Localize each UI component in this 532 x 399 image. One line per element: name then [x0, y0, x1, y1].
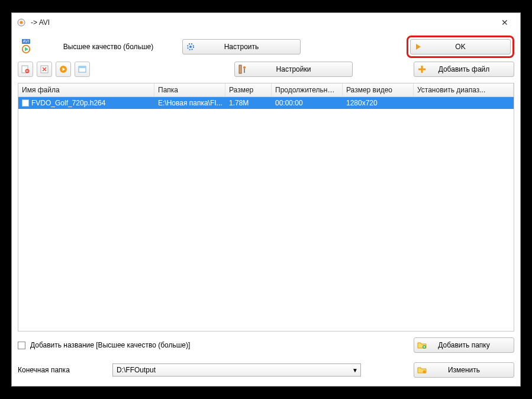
change-label: Изменить [430, 366, 514, 374]
file-icon [22, 99, 29, 107]
table-header: Имя файла Папка Размер Продолжительность… [18, 83, 514, 97]
col-range[interactable]: Установить диапаз... [414, 83, 514, 96]
info-button[interactable] [75, 62, 90, 77]
settings-label: Настройки [250, 65, 352, 73]
cell-size: 1.78M [225, 97, 272, 109]
svg-rect-14 [79, 66, 86, 68]
svg-marker-6 [416, 44, 421, 50]
svg-rect-15 [239, 65, 241, 73]
format-icon: AVI [18, 39, 34, 54]
cell-name: FVDO_Golf_720p.h264 [18, 97, 154, 109]
col-duration[interactable]: Продолжительность [272, 83, 343, 96]
settings-button[interactable]: Настройки [234, 62, 353, 77]
close-button[interactable]: ✕ [494, 18, 515, 27]
footer-row-2: Конечная папка D:\FFOutput ▼ Изменить [18, 362, 514, 378]
add-file-label: Добавить файл [430, 65, 514, 73]
col-name[interactable]: Имя файла [18, 83, 154, 96]
svg-point-16 [243, 66, 246, 69]
add-title-checkbox[interactable] [18, 342, 25, 349]
top-row: AVI Высшее качество (больше) Настроить O… [12, 32, 520, 59]
remove-button[interactable] [18, 62, 33, 77]
col-videosize[interactable]: Размер видео [343, 83, 414, 96]
svg-point-1 [20, 21, 23, 24]
cell-range [414, 97, 514, 109]
folder-open-icon [414, 365, 430, 375]
chevron-down-icon: ▼ [352, 367, 358, 374]
quality-label: Высшее качество (больше) [40, 43, 176, 51]
window-title: -> AVI [31, 18, 494, 27]
app-icon [17, 18, 26, 27]
toolbar-row: Настройки Добавить файл [12, 59, 520, 83]
col-folder[interactable]: Папка [154, 83, 225, 96]
arrow-right-icon [411, 42, 426, 52]
titlebar: -> AVI ✕ [12, 13, 520, 32]
cell-videosize: 1280x720 [343, 97, 414, 109]
footer: Добавить название [Высшее качество (боль… [12, 332, 520, 386]
add-folder-label: Добавить папку [430, 341, 514, 349]
footer-row-1: Добавить название [Высшее качество (боль… [18, 337, 514, 353]
clear-button[interactable] [37, 62, 52, 77]
play-button[interactable] [56, 62, 71, 77]
svg-point-5 [189, 46, 192, 48]
app-window: -> AVI ✕ AVI Высшее качество (больше) На… [11, 12, 521, 387]
add-folder-button[interactable]: Добавить папку [414, 337, 514, 353]
change-button[interactable]: Изменить [414, 362, 514, 378]
add-title-label: Добавить название [Высшее качество (боль… [30, 341, 190, 349]
ok-highlight: OK [407, 36, 514, 58]
folder-plus-icon [414, 340, 430, 350]
svg-point-21 [423, 371, 426, 374]
avi-badge: AVI [22, 39, 31, 44]
ok-label: OK [426, 43, 510, 51]
plus-icon [414, 65, 430, 74]
cell-name-text: FVDO_Golf_720p.h264 [31, 99, 105, 107]
tools-icon [235, 65, 250, 74]
svg-rect-9 [26, 70, 28, 71]
file-table: Имя файла Папка Размер Продолжительность… [18, 83, 514, 332]
svg-rect-17 [244, 69, 245, 73]
table-row[interactable]: FVDO_Golf_720p.h264 E:\Новая папка\FI...… [18, 97, 514, 109]
configure-button[interactable]: Настроить [182, 39, 301, 54]
configure-label: Настроить [198, 43, 300, 51]
dest-folder-combo[interactable]: D:\FFOutput ▼ [112, 363, 361, 377]
gear-icon [183, 42, 198, 52]
add-file-button[interactable]: Добавить файл [414, 62, 514, 77]
svg-rect-19 [418, 69, 425, 70]
dest-folder-label: Конечная папка [18, 366, 107, 374]
cell-folder: E:\Новая папка\FI... [154, 97, 225, 109]
ok-button[interactable]: OK [410, 39, 511, 54]
dest-folder-value: D:\FFOutput [117, 366, 156, 374]
cell-duration: 00:00:00 [272, 97, 343, 109]
col-size[interactable]: Размер [225, 83, 272, 96]
